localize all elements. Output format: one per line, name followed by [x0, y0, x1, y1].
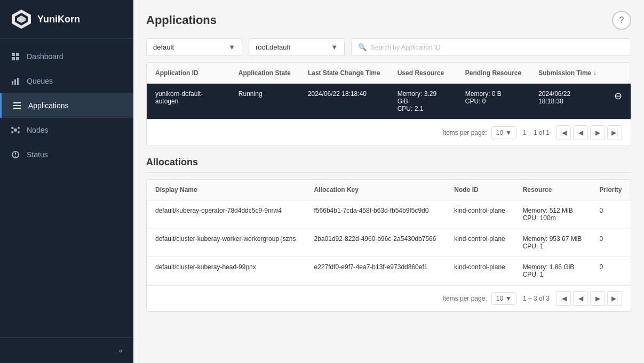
svg-point-13 [14, 128, 17, 132]
sidebar-nav: Dashboard Queues Applications Nodes Stat… [0, 39, 133, 337]
partition-filter[interactable]: root.default ▼ [249, 38, 345, 56]
alloc-cell-priority: 0 [591, 229, 631, 257]
next-page-button[interactable]: ▶ [590, 125, 605, 140]
col-submission-time[interactable]: Submission Time ↓ [530, 63, 606, 84]
alloc-cell-priority: 0 [591, 257, 631, 285]
page-navigation: |◀ ◀ ▶ ▶| [556, 125, 622, 140]
sidebar-item-queues[interactable]: Queues [0, 69, 133, 93]
alloc-cell-resource: Memory: 1.86 GiB CPU: 1 [514, 257, 591, 285]
sidebar-label-dashboard: Dashboard [27, 52, 63, 61]
sort-arrow-icon: ↓ [593, 69, 597, 77]
partition-filter-arrow: ▼ [331, 43, 338, 51]
sidebar-label-queues: Queues [27, 77, 53, 85]
svg-rect-9 [17, 78, 19, 85]
applications-table-header: Application ID Application State Last St… [147, 63, 631, 84]
first-page-button[interactable]: |◀ [556, 125, 571, 140]
alloc-col-node-id: Node ID [446, 180, 514, 200]
page-info: 1 – 1 of 1 [523, 129, 550, 136]
col-last-state-change: Last State Change Time [299, 63, 389, 84]
svg-rect-11 [13, 105, 21, 106]
alloc-first-page-button[interactable]: |◀ [556, 291, 571, 306]
sidebar-collapse-button[interactable]: « [0, 337, 133, 363]
search-icon: 🔍 [358, 43, 367, 51]
table-row[interactable]: default/kuberay-operator-78d4ddc5c9-9nrw… [147, 200, 631, 229]
table-row[interactable]: yunikorn-default-autogen Running 2024/06… [147, 84, 631, 119]
alloc-per-page-select[interactable]: 10 ▼ [491, 292, 516, 305]
sidebar-item-status[interactable]: Status [0, 142, 133, 167]
queue-filter[interactable]: default ▼ [146, 38, 242, 56]
list-icon [12, 101, 22, 110]
col-action [606, 63, 631, 84]
applications-table: Application ID Application State Last St… [147, 63, 631, 119]
svg-point-16 [11, 131, 13, 133]
alloc-cell-node-id: kind-control-plane [446, 229, 514, 257]
svg-rect-3 [12, 53, 15, 56]
svg-rect-8 [14, 79, 16, 85]
alloc-col-display-name: Display Name [147, 180, 306, 200]
alloc-per-page-arrow-icon: ▼ [505, 295, 512, 302]
sidebar-item-dashboard[interactable]: Dashboard [0, 44, 133, 69]
grid-icon [11, 52, 20, 61]
alloc-last-page-button[interactable]: ▶| [607, 291, 622, 306]
alloc-cell-allocation-key: 2ba01d92-822d-4960-b96c-2a5430db7566 [306, 229, 446, 257]
table-row[interactable]: default/cluster-kuberay-head-99pnx e227f… [147, 257, 631, 285]
alloc-cell-allocation-key: f566b4b1-7cda-458f-b63d-fb54b9f5c9d0 [306, 200, 446, 229]
alloc-col-allocation-key: Allocation Key [306, 180, 446, 200]
alloc-cell-resource: Memory: 953.67 MiB CPU: 1 [514, 229, 591, 257]
filters-row: default ▼ root.default ▼ 🔍 Search by App… [146, 38, 631, 56]
row-remove-icon[interactable]: ⊖ [614, 91, 622, 101]
chart-icon [11, 76, 20, 86]
sidebar-item-nodes[interactable]: Nodes [0, 118, 133, 142]
alloc-cell-display-name: default/kuberay-operator-78d4ddc5c9-9nrw… [147, 200, 306, 229]
svg-rect-4 [16, 53, 19, 56]
page-header: Applications ? [146, 11, 631, 30]
cell-action[interactable]: ⊖ [606, 84, 631, 119]
sidebar-label-status: Status [27, 150, 48, 159]
sidebar-item-applications[interactable]: Applications [0, 93, 133, 118]
search-box[interactable]: 🔍 Search by Application ID [351, 38, 631, 56]
alloc-cell-node-id: kind-control-plane [446, 200, 514, 229]
svg-rect-5 [12, 57, 15, 60]
cell-app-state: Running [230, 84, 299, 119]
last-page-button[interactable]: ▶| [607, 125, 622, 140]
svg-point-21 [15, 156, 16, 157]
help-button[interactable]: ? [612, 11, 631, 30]
svg-rect-7 [12, 81, 13, 85]
col-pending-resource: Pending Resource [457, 63, 530, 84]
prev-page-button[interactable]: ◀ [573, 125, 588, 140]
yunikorn-logo-icon [11, 9, 32, 30]
main-content: Applications ? default ▼ root.default ▼ … [133, 0, 644, 363]
alloc-page-info: 1 – 3 of 3 [523, 295, 550, 302]
applications-table-container: Application ID Application State Last St… [146, 62, 631, 146]
allocations-table-header: Display Name Allocation Key Node ID Reso… [147, 180, 631, 200]
alloc-cell-display-name: default/cluster-kuberay-worker-workergro… [147, 229, 306, 257]
items-per-page-control: Items per page: 10 ▼ [442, 126, 516, 139]
status-icon [11, 150, 20, 159]
alloc-col-priority: Priority [591, 180, 631, 200]
cell-app-id: yunikorn-default-autogen [147, 84, 230, 119]
alloc-prev-page-button[interactable]: ◀ [573, 291, 588, 306]
per-page-arrow-icon: ▼ [505, 129, 512, 136]
svg-point-17 [18, 131, 20, 133]
nodes-icon [11, 125, 20, 135]
sidebar-logo: YuniKorn [0, 0, 133, 39]
sidebar: YuniKorn Dashboard Queues Applications N… [0, 0, 133, 363]
alloc-cell-priority: 0 [591, 200, 631, 229]
col-app-state: Application State [230, 63, 299, 84]
alloc-cell-display-name: default/cluster-kuberay-head-99pnx [147, 257, 306, 285]
alloc-col-resource: Resource [514, 180, 591, 200]
alloc-next-page-button[interactable]: ▶ [590, 291, 605, 306]
alloc-cell-allocation-key: e227fdf0-e9f7-4ea7-b13f-e973dd860ef1 [306, 257, 446, 285]
page-title: Applications [146, 13, 217, 27]
allocations-section-title: Allocations [146, 157, 631, 173]
cell-submission-time: 2024/06/22 18:18:38 [530, 84, 606, 119]
table-row[interactable]: default/cluster-kuberay-worker-workergro… [147, 229, 631, 257]
alloc-page-navigation: |◀ ◀ ▶ ▶| [556, 291, 622, 306]
svg-rect-6 [16, 57, 19, 60]
per-page-select[interactable]: 10 ▼ [491, 126, 516, 139]
cell-used-resource: Memory: 3.29 GiB CPU: 2.1 [389, 84, 457, 119]
alloc-cell-resource: Memory: 512 MiB CPU: 100m [514, 200, 591, 229]
svg-point-15 [18, 127, 20, 129]
allocations-section: Allocations Display Name Allocation Key … [146, 157, 631, 312]
col-used-resource: Used Resource [389, 63, 457, 84]
